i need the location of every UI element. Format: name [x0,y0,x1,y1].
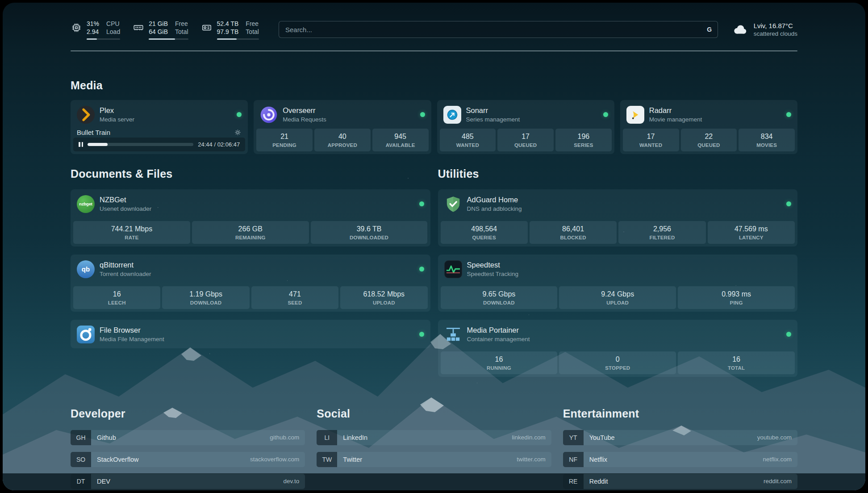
section-title-media: Media [71,79,797,92]
portainer-crane-icon [444,326,462,343]
section-title-documents: Documents & Files [71,167,430,180]
bookmark-stackoverflow[interactable]: SO StackOverflow stackoverflow.com [71,452,305,467]
search-input[interactable] [279,21,718,38]
disk-widget: 52.4 TB 97.9 TB Free Total [201,20,259,40]
weather-widget: Lviv, 16.87°C scattered clouds [731,21,797,38]
top-bar: 31% 2.94 CPU Load [71,20,797,40]
search-provider-button[interactable]: G [703,23,716,36]
bookmark-linkedin[interactable]: LI LinkedIn linkedin.com [317,430,551,445]
stat-seed: 471SEED [251,286,338,309]
bookmark-github[interactable]: GH Github github.com [71,430,305,445]
stat-download: 1.19 GbpsDOWNLOAD [162,286,249,309]
service-name: qBittorrent [100,261,151,269]
memory-total-label: Total [175,28,188,36]
cpu-usage-label: CPU [106,20,120,28]
dashboard-screen: 31% 2.94 CPU Load [3,3,865,490]
service-desc: Media File Management [100,336,164,343]
service-name: Media Portainer [467,326,530,334]
bookmark-netflix[interactable]: NF Netflix netflix.com [563,452,797,467]
bookmark-group-entertainment: Entertainment YT YouTube youtube.com NF … [563,407,797,489]
service-card-overseerr[interactable]: Overseerr Media Requests 21PENDING 40APP… [254,100,431,154]
service-card-filebrowser[interactable]: File Browser Media File Management [71,320,430,348]
stat-latency: 47.569 msLATENCY [708,221,795,244]
service-card-speedtest[interactable]: Speedtest Speedtest Tracking 9.65 GbpsDO… [438,255,798,312]
bookmark-name: Reddit [584,478,608,485]
section-title-entertainment: Entertainment [563,407,797,420]
now-playing-row: Bullet Train [71,129,248,136]
service-desc: Media server [100,116,134,123]
service-card-radarr[interactable]: Radarr Movie management 17WANTED 22QUEUE… [620,100,797,154]
bookmark-youtube[interactable]: YT YouTube youtube.com [563,430,797,445]
bookmark-reddit[interactable]: RE Reddit reddit.com [563,474,797,489]
service-card-plex[interactable]: Plex Media server Bullet Train [71,100,248,154]
stat-upload: 618.52 MbpsUPLOAD [340,286,427,309]
radarr-icon [626,106,644,124]
bookmark-url: twitter.com [517,456,551,463]
service-card-nzbget[interactable]: nzbget NZBGet Usenet downloader 744.21 M… [71,189,430,246]
bookmark-url: stackoverflow.com [250,456,305,463]
settings-gear-icon[interactable] [234,129,242,136]
disk-total-value: 97.9 TB [217,28,239,36]
memory-widget: 21 GiB 64 GiB Free Total [133,20,188,40]
section-title-utilities: Utilities [438,167,798,180]
bookmark-url: youtube.com [757,434,797,441]
status-dot [420,112,425,117]
service-name: File Browser [100,326,164,334]
stat-filtered: 2,956FILTERED [618,221,705,244]
service-desc: Container management [467,336,530,343]
service-desc: Torrent downloader [100,271,151,277]
weather-condition: scattered clouds [754,30,797,37]
stat-available: 945AVAILABLE [372,129,429,151]
section-title-developer: Developer [71,407,305,420]
cpu-usage-bar [87,38,120,40]
service-card-sonarr[interactable]: Sonarr Series management 485WANTED 17QUE… [437,100,614,154]
service-name: Speedtest [467,261,519,269]
cpu-load-label: Load [106,28,120,36]
pause-icon[interactable] [79,142,83,147]
service-name: Sonarr [466,106,520,115]
stat-total: 16TOTAL [678,351,795,374]
service-card-adguard[interactable]: AdGuard Home DNS and adblocking 498,564Q… [438,189,798,246]
memory-free-value: 21 GiB [149,20,168,28]
search-bar: G [279,21,718,38]
bookmark-dev[interactable]: DT DEV dev.to [71,474,305,489]
service-card-portainer[interactable]: Media Portainer Container management 16R… [438,320,798,377]
now-playing-title: Bullet Train [77,129,110,136]
memory-usage-bar [149,38,188,40]
bookmark-url: linkedin.com [512,434,551,441]
header-divider [71,50,797,51]
service-card-qbittorrent[interactable]: qb qBittorrent Torrent downloader 16LEEC… [71,255,430,312]
stat-rate: 744.21 MbpsRATE [73,221,190,244]
resource-widgets: 31% 2.94 CPU Load [71,20,259,40]
cloud-icon [731,21,748,38]
bookmark-abbr: LI [317,430,337,445]
service-desc: Speedtest Tracking [467,271,519,277]
stat-leech: 16LEECH [73,286,160,309]
bookmark-url: netflix.com [763,456,797,463]
cpu-widget: 31% 2.94 CPU Load [71,20,120,40]
nzbget-icon: nzbget [77,195,95,213]
service-name: Overseerr [283,106,326,115]
service-desc: Movie management [649,116,702,123]
service-name: Radarr [649,106,702,115]
cpu-icon [71,22,82,33]
stat-wanted: 17WANTED [623,129,679,151]
memory-total-value: 64 GiB [149,28,168,36]
media-player-bar[interactable]: 24:44 / 02:06:47 [73,138,245,151]
bookmark-name: YouTube [584,434,615,441]
bookmark-twitter[interactable]: TW Twitter twitter.com [317,452,551,467]
speedtest-icon [444,260,462,278]
playback-time: 24:44 / 02:06:47 [198,141,240,148]
service-name: AdGuard Home [467,196,522,204]
stat-wanted: 485WANTED [440,129,496,151]
stat-stopped: 0STOPPED [559,351,676,374]
stat-download: 9.65 GbpsDOWNLOAD [441,286,558,309]
memory-icon [133,22,144,33]
adguard-shield-icon [444,195,462,213]
stat-pending: 21PENDING [256,129,313,151]
bookmark-name: LinkedIn [337,434,367,441]
stat-blocked: 86,401BLOCKED [530,221,617,244]
sonarr-icon [443,106,461,124]
cpu-load-value: 2.94 [87,28,99,36]
disk-usage-bar [217,38,259,40]
